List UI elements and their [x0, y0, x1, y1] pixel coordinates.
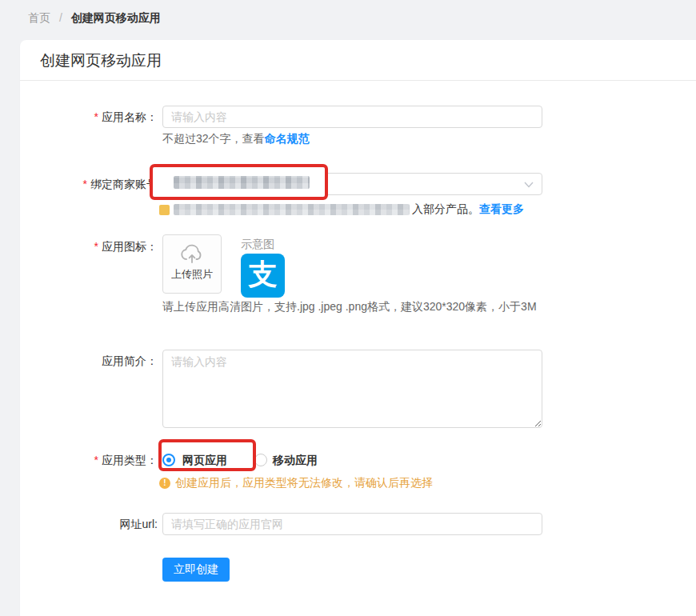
- chevron-down-icon: [524, 182, 534, 188]
- notice-square-icon: [159, 205, 170, 215]
- redacted-account-value: [174, 176, 310, 189]
- app-name-help: 不超过32个字，查看命名规范: [162, 130, 310, 146]
- redacted-help-text: [174, 204, 410, 215]
- app-type-warning: ! 创建应用后，应用类型将无法修改，请确认后再选择: [159, 476, 433, 490]
- app-name-label: *应用名称：: [20, 106, 158, 128]
- radio-mobile-app-unchecked[interactable]: [254, 454, 267, 466]
- create-now-button[interactable]: 立即创建: [162, 558, 230, 582]
- required-mark: *: [94, 454, 98, 466]
- cloud-upload-icon: [180, 243, 204, 264]
- title-divider: [20, 80, 696, 81]
- app-intro-textarea[interactable]: [162, 350, 542, 428]
- breadcrumb: 首页 / 创建网页移动应用: [28, 11, 161, 26]
- breadcrumb-current: 创建网页移动应用: [71, 11, 161, 24]
- site-url-label: 网址url:: [20, 513, 158, 535]
- required-mark: *: [94, 240, 98, 253]
- app-name-help-text: 不超过32个字，查看: [162, 132, 265, 145]
- annotation-box-app-type: [158, 439, 256, 471]
- app-name-input[interactable]: [162, 106, 542, 128]
- radio-mobile-app-label[interactable]: 移动应用: [273, 454, 318, 467]
- required-mark: *: [94, 110, 98, 123]
- merchant-account-help: 入部分产品。 查看更多: [159, 202, 524, 218]
- app-type-warning-text: 创建应用后，应用类型将无法修改，请确认后再选择: [175, 476, 433, 490]
- breadcrumb-home-link[interactable]: 首页: [28, 11, 50, 24]
- app-icon-label: *应用图标：: [20, 240, 158, 254]
- site-url-input[interactable]: [162, 513, 542, 535]
- merchant-account-label: *绑定商家账号: [20, 173, 158, 195]
- upload-photo-button[interactable]: 上传照片: [162, 234, 222, 294]
- page-title: 创建网页移动应用: [40, 40, 162, 80]
- form-card: 创建网页移动应用 *应用名称： 不超过32个字，查看命名规范 *绑定商家账号 入…: [20, 40, 696, 616]
- warning-icon: !: [159, 478, 170, 489]
- naming-rules-link[interactable]: 命名规范: [265, 132, 310, 145]
- app-icon-help: 请上传应用高清图片，支持.jpg .jpeg .png格式，建议320*320像…: [162, 298, 548, 316]
- app-intro-label: 应用简介：: [20, 350, 158, 372]
- upload-photo-label: 上传照片: [171, 267, 213, 282]
- alipay-logo-sample: 支: [241, 254, 285, 298]
- breadcrumb-separator: /: [59, 11, 62, 24]
- app-type-label: *应用类型：: [20, 454, 158, 467]
- annotation-box-account: [150, 164, 328, 200]
- example-caption: 示意图: [241, 238, 274, 252]
- required-mark: *: [83, 178, 87, 190]
- see-more-link[interactable]: 查看更多: [479, 202, 524, 217]
- merchant-account-help-text: 入部分产品。: [412, 202, 479, 217]
